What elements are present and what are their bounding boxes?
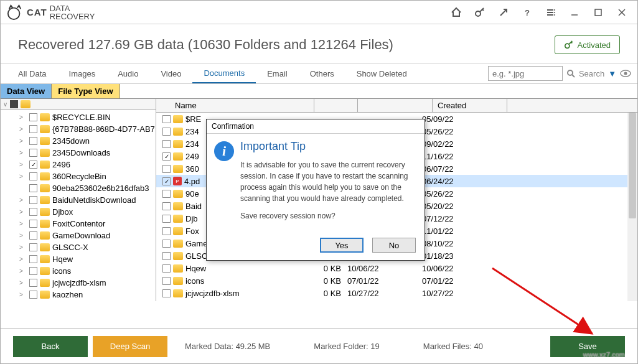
checkbox[interactable]: [29, 220, 37, 228]
deep-scan-button[interactable]: Deep Scan: [93, 336, 167, 357]
tab-show-deleted[interactable]: Show Deleted: [345, 63, 418, 83]
checkbox[interactable]: [162, 202, 171, 210]
help-icon[interactable]: ?: [517, 4, 538, 21]
tree-item[interactable]: >jcjwcjzdfb-xlsm: [1, 277, 156, 289]
tree-item[interactable]: >BaiduNetdiskDownload: [1, 194, 156, 206]
tree-item[interactable]: >GLSCC-X: [1, 241, 156, 253]
checkbox[interactable]: [162, 240, 171, 248]
tree-item[interactable]: 90eba253602e6b216dfab3: [1, 182, 156, 194]
file-created: 01/18/23: [422, 251, 497, 261]
checkbox[interactable]: [162, 152, 171, 161]
file-created: 10/06/22: [422, 264, 497, 273]
tree-item[interactable]: >2496: [1, 159, 156, 170]
tree-item[interactable]: >$RECYCLE.BIN: [1, 111, 156, 123]
checkbox[interactable]: [162, 115, 171, 123]
tab-video[interactable]: Video: [149, 63, 192, 83]
menu-icon[interactable]: [540, 4, 561, 21]
col-modified[interactable]: [358, 99, 433, 112]
eye-icon[interactable]: [620, 70, 631, 77]
checkbox[interactable]: [162, 264, 171, 273]
key-icon[interactable]: [469, 4, 490, 21]
tree-item[interactable]: >FoxitContentor: [1, 218, 156, 230]
file-modified: 10/27/22: [347, 289, 422, 298]
file-row[interactable]: Hqew0 KB10/06/2210/06/22: [156, 262, 637, 274]
checkbox[interactable]: [29, 149, 37, 157]
col-created[interactable]: Created: [433, 99, 507, 112]
col-name[interactable]: Name: [170, 99, 314, 112]
checkbox[interactable]: [162, 165, 171, 173]
home-icon[interactable]: [446, 4, 467, 21]
file-type-view-tab[interactable]: File Type View: [52, 84, 120, 98]
file-row[interactable]: jcjwcjzdfb-xlsm0 KB10/27/2210/27/22: [156, 287, 637, 299]
activated-badge[interactable]: Activated: [555, 35, 620, 54]
tab-all-data[interactable]: All Data: [7, 63, 58, 83]
checkbox[interactable]: [29, 172, 37, 180]
checkbox[interactable]: [29, 291, 37, 299]
yes-button[interactable]: Yes: [320, 238, 364, 253]
checkbox[interactable]: [29, 231, 37, 240]
svg-point-10: [624, 72, 627, 75]
share-icon[interactable]: [493, 4, 514, 21]
maximize-button[interactable]: [588, 4, 609, 21]
file-name: jcjwcjzdfb-xlsm: [185, 289, 240, 298]
tree-item[interactable]: >icons: [1, 265, 156, 277]
folder-icon: [173, 128, 183, 136]
checkbox[interactable]: [29, 184, 37, 192]
folder-icon: [40, 125, 50, 133]
checkbox[interactable]: [162, 190, 171, 198]
checkbox[interactable]: [29, 161, 37, 169]
dropdown-icon[interactable]: ▼: [608, 69, 616, 78]
folder-icon: [173, 252, 183, 260]
tree-root-checkbox[interactable]: [10, 100, 18, 108]
scrollbar-thumb[interactable]: [629, 113, 636, 218]
tree-item[interactable]: >Hqew: [1, 253, 156, 265]
tree-item[interactable]: >{67B78B88-868D-4D77-AB7: [1, 123, 156, 135]
search-input[interactable]: [488, 66, 563, 81]
checkbox[interactable]: [29, 267, 37, 275]
checkbox[interactable]: [29, 125, 37, 133]
col-size[interactable]: [314, 99, 358, 112]
tab-email[interactable]: Email: [256, 63, 299, 83]
checkbox[interactable]: [29, 255, 37, 263]
checkbox[interactable]: [29, 137, 37, 145]
tab-others[interactable]: Others: [299, 63, 345, 83]
checkbox[interactable]: [29, 208, 37, 216]
minimize-button[interactable]: [564, 4, 585, 21]
checkbox[interactable]: [162, 252, 171, 260]
tab-images[interactable]: Images: [58, 63, 107, 83]
checkbox[interactable]: [162, 140, 171, 148]
tree-item[interactable]: >2345Downloads: [1, 147, 156, 159]
file-created: 09/02/22: [422, 139, 497, 149]
folder-icon: [40, 279, 50, 287]
checkbox[interactable]: [162, 277, 171, 285]
tab-audio[interactable]: Audio: [106, 63, 149, 83]
tree-item[interactable]: >kaozhen: [1, 289, 156, 301]
scrollbar[interactable]: [627, 113, 637, 301]
tree-item[interactable]: >Djbox: [1, 206, 156, 218]
checkbox[interactable]: [162, 128, 171, 136]
tree-item[interactable]: >GameDownload: [1, 230, 156, 241]
search-icon[interactable]: [566, 69, 575, 78]
tree-item[interactable]: >2345down: [1, 135, 156, 147]
tree-label: $RECYCLE.BIN: [52, 113, 111, 122]
checkbox[interactable]: [162, 177, 171, 185]
file-created: 11/16/22: [422, 152, 497, 161]
app-logo: CAT DATA RECOVERY: [6, 4, 95, 21]
tab-documents[interactable]: Documents: [192, 63, 256, 83]
checkbox[interactable]: [29, 113, 37, 121]
no-button[interactable]: No: [372, 238, 416, 253]
checkbox[interactable]: [162, 289, 171, 297]
checkbox[interactable]: [162, 227, 171, 235]
data-view-tab[interactable]: Data View: [1, 84, 52, 98]
file-created: 05/26/22: [422, 189, 497, 198]
checkbox[interactable]: [29, 279, 37, 287]
checkbox[interactable]: [162, 215, 171, 223]
close-button[interactable]: [611, 4, 632, 21]
file-created: 05/09/22: [422, 114, 497, 124]
checkbox[interactable]: [29, 243, 37, 251]
tree-item[interactable]: >360RecycleBin: [1, 170, 156, 182]
file-row[interactable]: icons0 KB07/01/2207/01/22: [156, 274, 637, 287]
folder-icon: [40, 267, 50, 275]
back-button[interactable]: Back: [13, 336, 88, 357]
checkbox[interactable]: [29, 196, 37, 204]
